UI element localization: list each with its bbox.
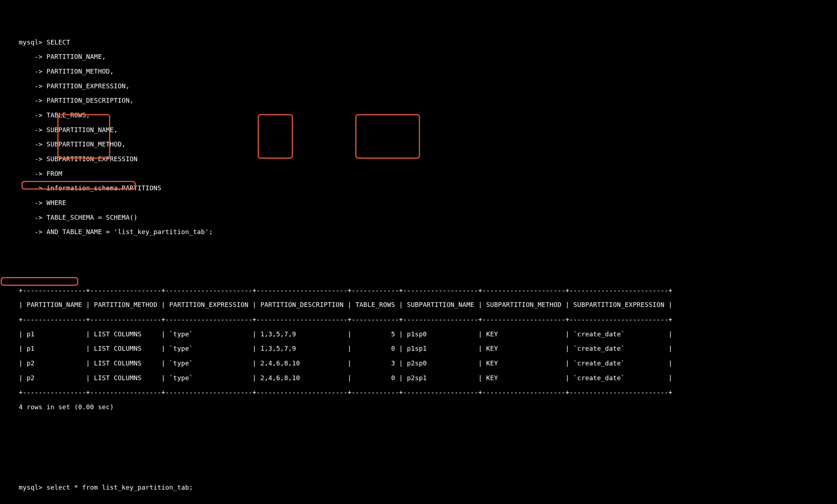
q1-line-2: -> PARTITION_METHOD, [19, 67, 114, 75]
q1-line-12: -> TABLE_SCHEMA = SCHEMA() [19, 214, 137, 221]
t1-footer: 4 rows in set (0.00 sec) [19, 403, 114, 411]
t1-header: | PARTITION_NAME | PARTITION_METHOD | PA… [19, 301, 672, 308]
table-row: | p1 | LIST COLUMNS | `type` | 1,3,5,7,9… [19, 345, 672, 352]
table1-block: +----------------+------------------+---… [3, 279, 834, 425]
q1-line-7: -> SUBPARTITION_METHOD, [19, 140, 126, 148]
q1-line-10: -> information_schema.PARTITIONS [19, 184, 161, 192]
query1-block: mysql> SELECT -> PARTITION_NAME, -> PART… [3, 31, 834, 250]
q1-line-4: -> PARTITION_DESCRIPTION, [19, 97, 134, 104]
t1-border-mid: +----------------+------------------+---… [19, 316, 672, 323]
q1-line-3: -> PARTITION_EXPRESSION, [19, 82, 130, 90]
q2-line: mysql> select * from list_key_partition_… [19, 484, 193, 491]
q1-line-6: -> SUBPARTITION_NAME, [19, 126, 118, 134]
q1-line-8: -> SUBPARTITION_EXPRESSION [19, 155, 137, 163]
t1-border-bot: +----------------+------------------+---… [19, 388, 672, 396]
table-row: | p2 | LIST COLUMNS | `type` | 2,4,6,8,1… [19, 374, 672, 382]
q1-line-9: -> FROM [19, 170, 62, 177]
query2-block: mysql> select * from list_key_partition_… [3, 476, 834, 504]
table-row: | p2 | LIST COLUMNS | `type` | 2,4,6,8,1… [19, 359, 672, 367]
table-row: | p1 | LIST COLUMNS | `type` | 1,3,5,7,9… [19, 330, 672, 338]
q1-line-13: -> AND TABLE_NAME = 'list_key_partition_… [19, 228, 213, 235]
q1-line-5: -> TABLE_ROWS, [19, 111, 90, 119]
q1-line-11: -> WHERE [19, 199, 66, 206]
terminal[interactable]: mysql> SELECT -> PARTITION_NAME, -> PART… [0, 0, 837, 504]
q1-line-0: mysql> SELECT [19, 38, 70, 46]
q1-line-1: -> PARTITION_NAME, [19, 53, 106, 60]
t1-border-top: +----------------+------------------+---… [19, 286, 672, 294]
